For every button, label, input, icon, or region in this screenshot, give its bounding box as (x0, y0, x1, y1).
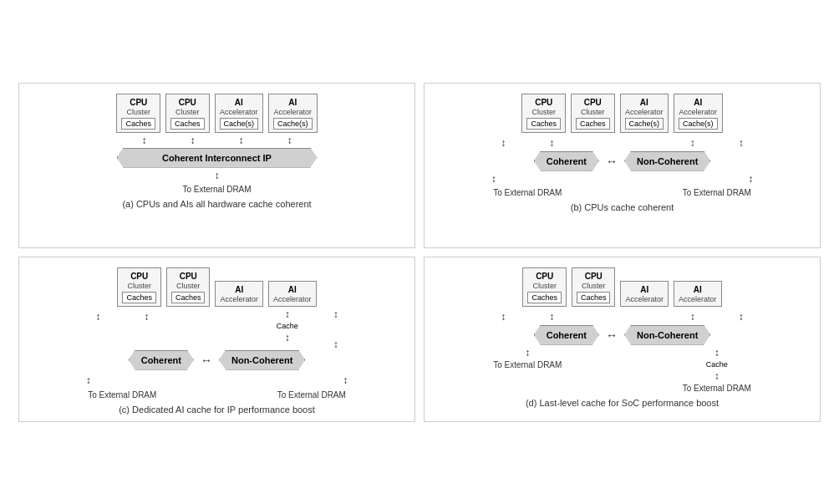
node-cpu2-a: CPU Cluster Caches (165, 94, 210, 133)
node-cpu1-a: CPU Cluster Caches (116, 94, 160, 133)
ai-col-c: ↕ Cache ↕ ↕ ↕ (217, 308, 407, 350)
caption-d: (d) Last-level cache for SoC performance… (526, 398, 719, 408)
ai-arrow-c1: ↕ Cache ↕ (266, 308, 309, 350)
dram-label-b1: To External DRAM (493, 188, 562, 197)
arrow-h-b: ↔ (606, 155, 618, 168)
node-ai1-d-sub: Accelerator (625, 295, 664, 303)
node-ai2-b-sub: Accelerator (679, 108, 718, 116)
bottom-cache-d: Cache (706, 360, 728, 369)
node-ai2-b-title: AI (679, 97, 718, 108)
node-ai2-c-sub: Accelerator (273, 295, 312, 303)
node-cpu2-c: CPU Cluster Caches (166, 267, 211, 307)
banner-row-b: Coherent ↔ Non-Coherent (534, 151, 711, 171)
ai-cache-box-c1: Cache (277, 322, 298, 330)
node-cpu2-c-cache: Caches (171, 292, 206, 303)
diagram-b-content: CPU Cluster Caches CPU Cluster Caches AI… (433, 94, 811, 197)
diagram-d-content: CPU Cluster Caches CPU Cluster Caches AI… (433, 267, 811, 393)
node-ai2-b-cache: Cache(s) (679, 118, 718, 130)
diagram-c-content: CPU Cluster Caches CPU Cluster Caches AI… (28, 267, 406, 400)
node-cpu1-c: CPU Cluster Caches (117, 267, 161, 307)
arrows-d-right: ↕ ↕ (623, 308, 812, 323)
nodes-row-c: CPU Cluster Caches CPU Cluster Caches AI… (117, 267, 316, 307)
node-cpu1-a-sub: Cluster (121, 108, 155, 116)
node-ai2-c: AI Accelerator (268, 281, 317, 307)
dram-arrow-a: ↕ (215, 170, 220, 181)
dram-arrows-c: ↕ ↕ (28, 372, 406, 387)
node-ai2-d-title: AI (679, 284, 717, 295)
arrows-d-left: ↕ ↕ (433, 308, 623, 323)
ai-cache-section-c: ↕ ↕ ↕ Cache ↕ ↕ ↕ (28, 308, 406, 350)
node-cpu2-b-title: CPU (576, 97, 610, 108)
node-ai1-c: AI Accelerator (215, 281, 263, 307)
node-cpu2-b-sub: Cluster (576, 108, 610, 116)
arrows-b-left: ↕ ↕ (433, 135, 623, 150)
dram-labels-c: To External DRAM To External DRAM (28, 389, 406, 400)
node-cpu1-b: CPU Cluster Caches (521, 94, 566, 133)
node-ai1-c-title: AI (220, 284, 258, 295)
node-cpu1-d: CPU Cluster Caches (522, 267, 567, 307)
nodes-row-a: CPU Cluster Caches CPU Cluster Caches AI… (116, 94, 317, 133)
node-cpu2-a-title: CPU (170, 97, 205, 108)
arrows-b-right: ↕ ↕ (623, 135, 812, 150)
node-cpu2-d: CPU Cluster Caches (572, 267, 616, 307)
node-ai2-d-sub: Accelerator (679, 295, 717, 303)
node-cpu1-c-title: CPU (122, 271, 156, 282)
node-cpu1-a-title: CPU (121, 97, 155, 108)
banner-c-left: Coherent (129, 350, 194, 370)
dram-labels-b: To External DRAM To External DRAM (433, 186, 811, 197)
dram-label-a: To External DRAM (182, 185, 251, 194)
nodes-row-d: CPU Cluster Caches CPU Cluster Caches AI… (522, 267, 721, 307)
caption-a: (a) CPUs and AIs all hardware cache cohe… (122, 199, 311, 209)
node-ai1-a-cache: Cache(s) (220, 118, 259, 130)
node-cpu1-d-cache: Caches (527, 292, 562, 303)
arrows-b: ↕ ↕ ↕ ↕ (433, 135, 811, 150)
dram-label-d2: To External DRAM (683, 384, 751, 393)
node-cpu2-d-title: CPU (577, 271, 611, 282)
arrow-h-d: ↔ (606, 328, 618, 342)
node-ai2-d: AI Accelerator (674, 281, 722, 307)
dram-arrows-b: ↕ ↕ (433, 173, 811, 185)
panel-a: CPU Cluster Caches CPU Cluster Caches AI… (18, 83, 415, 248)
caption-c: (c) Dedicated AI cache for IP performanc… (119, 405, 315, 415)
node-cpu1-b-cache: Caches (526, 118, 561, 130)
arrow-a1: ↕ (123, 135, 166, 146)
panel-d: CPU Cluster Caches CPU Cluster Caches AI… (424, 257, 821, 422)
bottom-left-d: ↕ To External DRAM (493, 347, 562, 393)
node-cpu1-b-sub: Cluster (526, 108, 561, 116)
node-cpu1-c-sub: Cluster (122, 282, 156, 290)
node-ai2-c-title: AI (273, 284, 312, 295)
arrows-d-top: ↕ ↕ ↕ ↕ (433, 308, 811, 323)
arrows-a: ↕ ↕ ↕ ↕ (123, 135, 312, 146)
bottom-section-d: ↕ To External DRAM ↕ Cache ↕ To External… (433, 347, 811, 393)
banner-row-d: Coherent ↔ Non-Coherent (534, 325, 711, 345)
dram-arrow-b-left: ↕ (433, 173, 555, 185)
dram-label-b2: To External DRAM (683, 188, 751, 197)
banner-d-right: Non-Coherent (624, 325, 710, 345)
node-cpu2-a-cache: Caches (170, 118, 205, 130)
banner-c-right: Non-Coherent (219, 350, 305, 370)
banner-d-left: Coherent (534, 325, 599, 345)
banner-b-left: Coherent (534, 151, 599, 171)
node-cpu2-b-cache: Caches (576, 118, 610, 130)
node-cpu2-a-sub: Cluster (170, 108, 205, 116)
node-ai2-b: AI Accelerator Cache(s) (674, 94, 723, 133)
banner-row-c: Coherent ↔ Non-Coherent (129, 350, 306, 370)
node-cpu2-b: CPU Cluster Caches (571, 94, 615, 133)
node-ai1-a: AI Accelerator Cache(s) (215, 94, 264, 133)
node-ai1-b: AI Accelerator Cache(s) (620, 94, 669, 133)
arrow-a3: ↕ (220, 135, 263, 146)
node-cpu2-c-title: CPU (171, 271, 206, 282)
node-cpu1-a-cache: Caches (121, 118, 155, 130)
dram-label-d1: To External DRAM (493, 360, 562, 369)
node-cpu2-d-cache: Caches (577, 292, 611, 303)
cpu-arrows-c: ↕ ↕ (28, 308, 217, 350)
arrow-a2: ↕ (171, 135, 215, 146)
node-ai1-a-sub: Accelerator (220, 108, 259, 116)
node-ai1-d-title: AI (625, 284, 664, 295)
panel-c: CPU Cluster Caches CPU Cluster Caches AI… (18, 257, 415, 422)
dram-label-c1: To External DRAM (88, 390, 156, 400)
node-cpu2-d-sub: Cluster (577, 282, 611, 290)
main-container: CPU Cluster Caches CPU Cluster Caches AI… (10, 74, 829, 430)
node-cpu1-c-cache: Caches (122, 292, 156, 303)
caption-b: (b) CPUs cache coherent (571, 202, 674, 212)
